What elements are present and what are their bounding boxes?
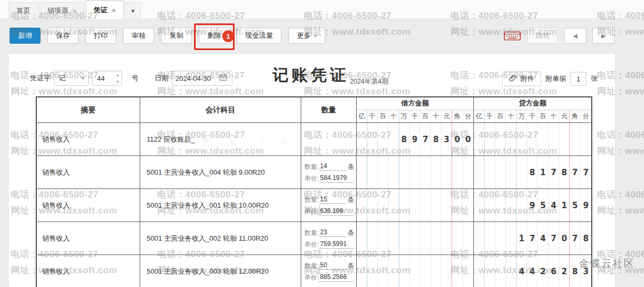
- qty-line-label: 数量:: [304, 162, 319, 171]
- account-cell[interactable]: 5001 主营业务收入_002 轮胎 11.00R20: [140, 222, 301, 255]
- debit-amount-cell[interactable]: 8978300: [357, 123, 474, 155]
- annotation-step-badge: 1: [222, 30, 234, 42]
- credit-amount-cell[interactable]: 817877: [474, 156, 591, 188]
- tab-overflow-dropdown[interactable]: ▾: [125, 2, 141, 19]
- account-cell[interactable]: 5001 主营业务收入_004 轮胎 9.00R20: [140, 156, 301, 188]
- new-button[interactable]: 新增: [10, 28, 41, 44]
- credit-amount-cell[interactable]: 1747078: [474, 222, 591, 255]
- credit-digit: [527, 123, 538, 155]
- cashflow-button[interactable]: 现金流量: [237, 28, 281, 44]
- debit-digit: [441, 222, 452, 255]
- credit-amount-cell[interactable]: 4426283: [474, 255, 591, 287]
- more-button[interactable]: 更多 ▾: [288, 28, 325, 44]
- debit-amount-cell[interactable]: [357, 189, 474, 222]
- credit-digit: [495, 255, 506, 287]
- copy-button[interactable]: 复制: [161, 28, 192, 44]
- summary-cell[interactable]: 销售收入: [37, 156, 140, 188]
- voucher-meta-right: 附件 附单据 张: [502, 71, 598, 86]
- account-text: 5001 主营业务收入_003 轮胎 12.00R20: [147, 267, 269, 276]
- qty-line-value[interactable]: 23: [319, 228, 347, 237]
- qty-line-value[interactable]: 15: [319, 195, 347, 204]
- debit-digit: [410, 255, 421, 287]
- qty-line-value[interactable]: 14: [319, 162, 347, 171]
- debit-digit-header: 万: [399, 110, 410, 122]
- credit-digit: 5: [570, 189, 581, 222]
- account-cell[interactable]: 5001 主营业务收入_001 轮胎 10.00R20: [140, 189, 301, 222]
- price-line-value[interactable]: 759.5991: [319, 240, 354, 249]
- credit-digit: [474, 222, 485, 255]
- chevron-down-icon: ▾: [82, 76, 84, 81]
- credit-digit: [474, 189, 485, 222]
- debit-digit-header: 千: [367, 110, 378, 122]
- credit-amount-cell[interactable]: 954159: [474, 189, 591, 222]
- quantity-cell[interactable]: [301, 123, 357, 155]
- price-line-label: 单价:: [304, 174, 319, 183]
- debit-amount-cell[interactable]: [357, 255, 474, 287]
- attach-docs-input[interactable]: [570, 72, 586, 86]
- price-line-value[interactable]: 636.106: [319, 207, 354, 216]
- tab-home[interactable]: 首页: [9, 2, 38, 19]
- jump-button[interactable]: 跳转: [527, 28, 558, 44]
- price-line-value[interactable]: 584.1979: [319, 174, 354, 183]
- credit-digit: 4: [549, 189, 559, 222]
- summary-cell[interactable]: 销售收入: [37, 255, 140, 287]
- credit-digit: 1: [517, 222, 527, 255]
- debit-digit: [378, 189, 389, 222]
- credit-digit: 5: [538, 189, 549, 222]
- qty-line-value[interactable]: 50: [319, 261, 347, 270]
- tab-bar: 首页 销项票 × 凭证 × ▾: [0, 0, 644, 19]
- debit-amount-cell[interactable]: [357, 156, 474, 188]
- quantity-cell[interactable]: 数量:14条单价:584.1979: [301, 156, 357, 188]
- summary-cell[interactable]: 销售收入: [37, 189, 140, 222]
- debit-digit: [378, 255, 389, 287]
- debit-digit: [399, 156, 410, 188]
- account-cell[interactable]: 1122 应收账款_: [140, 123, 301, 155]
- audit-button[interactable]: 审核: [123, 28, 154, 44]
- debit-digit-header: 百: [378, 110, 389, 122]
- debit-digit: 8: [399, 123, 410, 155]
- close-icon[interactable]: ×: [73, 7, 77, 15]
- account-text: 1122 应收账款_: [147, 135, 195, 144]
- credit-digit: [495, 222, 506, 255]
- summary-cell[interactable]: 销售收入: [37, 123, 140, 155]
- debit-amount-cell[interactable]: [357, 222, 474, 255]
- account-text: 5001 主营业务收入_002 轮胎 11.00R20: [147, 234, 268, 243]
- prev-voucher-button[interactable]: ◀: [564, 28, 586, 44]
- voucher-word-select[interactable]: 记 ▾: [54, 71, 89, 86]
- summary-cell[interactable]: 销售收入: [37, 222, 140, 255]
- credit-digit: [517, 123, 527, 155]
- toolbar: 新增 保存 打印 审核 复制 删除 现金流量 更多 ▾: [10, 28, 325, 44]
- save-button[interactable]: 保存: [47, 28, 78, 44]
- debit-digit: [452, 156, 463, 188]
- stepper-up-icon[interactable]: ▲: [114, 71, 122, 78]
- credit-digit: 7: [570, 156, 581, 188]
- debit-digit: [410, 222, 421, 255]
- qty-line: 数量:15条: [304, 195, 354, 204]
- keyboard-icon[interactable]: [503, 29, 521, 42]
- tab-voucher[interactable]: 凭证 ×: [86, 1, 124, 19]
- stepper-down-icon[interactable]: ▼: [114, 78, 122, 85]
- tab-sales-invoice[interactable]: 销项票 ×: [39, 2, 85, 19]
- account-cell[interactable]: 5001 主营业务收入_003 轮胎 12.00R20: [140, 255, 301, 287]
- paperclip-icon: [509, 74, 517, 84]
- debit-digit-header: 十: [389, 110, 399, 122]
- table-row: 销售收入1122 应收账款_8978300: [37, 123, 591, 156]
- credit-amount-cell[interactable]: [474, 123, 591, 155]
- quantity-cell[interactable]: 数量:15条单价:636.106: [301, 189, 357, 222]
- date-input[interactable]: [175, 75, 217, 83]
- next-voucher-button[interactable]: ▶: [592, 28, 615, 44]
- quantity-cell[interactable]: 数量:50条单价:885.2566: [301, 255, 357, 287]
- credit-digit: [517, 189, 527, 222]
- credit-digit-header: 分: [581, 110, 591, 122]
- print-button[interactable]: 打印: [85, 28, 116, 44]
- quantity-cell[interactable]: 数量:23条单价:759.5991: [301, 222, 357, 255]
- credit-digit: [474, 255, 485, 287]
- debit-digit: [420, 156, 431, 188]
- attachment-button[interactable]: 附件: [502, 71, 541, 86]
- date-picker[interactable]: [172, 71, 232, 86]
- calendar-icon[interactable]: [219, 73, 227, 83]
- close-icon[interactable]: ×: [112, 6, 116, 14]
- debit-digit: [463, 189, 473, 222]
- voucher-word-value: 记: [59, 73, 66, 83]
- price-line-value[interactable]: 885.2566: [319, 273, 354, 282]
